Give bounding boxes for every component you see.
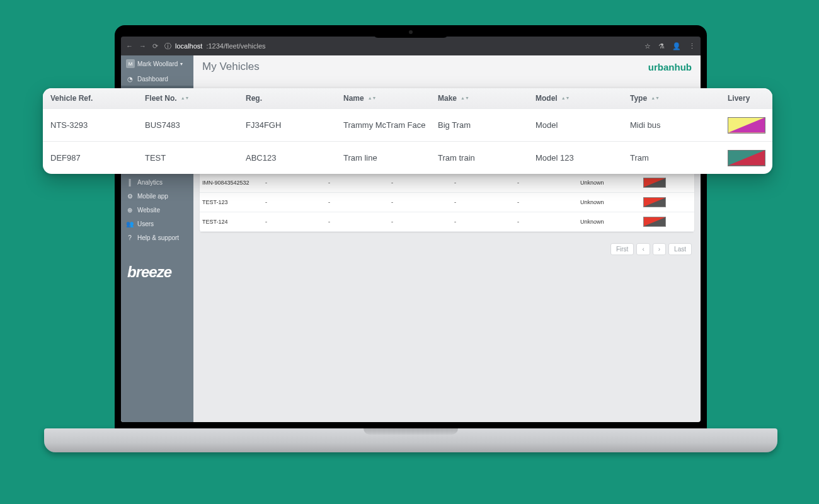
col-reg[interactable]: Reg. bbox=[246, 94, 343, 103]
sidebar-label: Mobile app bbox=[137, 193, 168, 200]
col-type[interactable]: Type▲▼ bbox=[630, 94, 728, 103]
page-last-button[interactable]: Last bbox=[668, 243, 692, 255]
notch bbox=[373, 26, 449, 38]
sidebar-item-users[interactable]: 👥Users bbox=[121, 217, 193, 231]
livery-swatch bbox=[728, 150, 765, 166]
site-info-icon[interactable]: ⓘ bbox=[164, 42, 171, 51]
sidebar-item-help-&-support[interactable]: ?Help & support bbox=[121, 231, 193, 244]
col-name[interactable]: Name▲▼ bbox=[343, 94, 438, 103]
sort-icon[interactable]: ▲▼ bbox=[461, 97, 469, 100]
table-row[interactable]: IMN-90843542532-----Unknown bbox=[200, 173, 694, 193]
screen-bezel: ← → ⟳ ⓘ localhost:1234/fleet/vehicles ☆ … bbox=[115, 25, 707, 428]
sidebar-label: Users bbox=[137, 220, 154, 227]
sidebar-icon: ◔ bbox=[126, 75, 134, 83]
sidebar-item-website[interactable]: ⊕Website bbox=[121, 203, 193, 217]
sidebar-label: Analytics bbox=[137, 179, 163, 186]
zoom-row[interactable]: DEF987TESTABC123Tram lineTram trainModel… bbox=[43, 141, 772, 174]
zoom-callout: Vehicle Ref. Fleet No.▲▼ Reg. Name▲▼ Mak… bbox=[43, 88, 772, 174]
sidebar-label: Website bbox=[137, 207, 160, 214]
page-first-button[interactable]: First bbox=[610, 243, 634, 255]
url-path: :1234/fleet/vehicles bbox=[206, 42, 265, 50]
col-vehicle-ref[interactable]: Vehicle Ref. bbox=[50, 94, 145, 103]
sidebar-item-mobile-app[interactable]: ⚙Mobile app bbox=[121, 189, 193, 203]
browser-menu-icon[interactable]: ⋮ bbox=[689, 42, 696, 50]
brand-logo: urbanhub bbox=[648, 62, 692, 72]
camera-icon bbox=[409, 30, 413, 34]
user-name: Mark Woollard bbox=[137, 60, 178, 67]
browser-reload-button[interactable]: ⟳ bbox=[152, 42, 158, 50]
browser-back-button[interactable]: ← bbox=[126, 42, 133, 50]
col-livery: Livery bbox=[728, 94, 772, 103]
livery-swatch bbox=[643, 217, 666, 227]
page-title: My Vehicles bbox=[202, 60, 260, 73]
sidebar-icon: ⚙ bbox=[126, 192, 134, 200]
address-bar[interactable]: ⓘ localhost:1234/fleet/vehicles bbox=[164, 42, 638, 51]
sort-icon[interactable]: ▲▼ bbox=[561, 97, 570, 100]
sort-icon[interactable]: ▲▼ bbox=[181, 97, 190, 100]
livery-swatch bbox=[643, 178, 666, 188]
col-make[interactable]: Make▲▼ bbox=[438, 94, 536, 103]
sort-icon[interactable]: ▲▼ bbox=[651, 97, 660, 100]
sidebar-item-dashboard[interactable]: ◔Dashboard bbox=[121, 72, 193, 86]
livery-swatch bbox=[728, 117, 765, 134]
col-fleet[interactable]: Fleet No.▲▼ bbox=[145, 94, 246, 103]
table-row[interactable]: TEST-123-----Unknown bbox=[200, 193, 694, 212]
bookmark-icon[interactable]: ☆ bbox=[644, 42, 651, 50]
zoom-row[interactable]: NTS-3293BUS7483FJ34FGHTrammy McTram Face… bbox=[43, 108, 772, 141]
zoom-header-row: Vehicle Ref. Fleet No.▲▼ Reg. Name▲▼ Mak… bbox=[43, 88, 772, 108]
sidebar-icon: ║ bbox=[126, 178, 134, 186]
sidebar-label: Dashboard bbox=[137, 76, 168, 83]
sidebar-icon: ⊕ bbox=[126, 206, 134, 214]
sidebar-item-analytics[interactable]: ║Analytics bbox=[121, 175, 193, 189]
chevron-down-icon: ▾ bbox=[180, 61, 183, 67]
url-host: localhost bbox=[175, 42, 202, 50]
profile-icon[interactable]: 👤 bbox=[672, 42, 681, 50]
page-next-button[interactable]: › bbox=[653, 243, 666, 255]
user-menu[interactable]: M Mark Woollard ▾ bbox=[121, 55, 193, 72]
sort-icon[interactable]: ▲▼ bbox=[368, 97, 377, 100]
extensions-icon[interactable]: ⚗ bbox=[658, 42, 665, 50]
sidebar-label: Help & support bbox=[137, 234, 179, 241]
browser-forward-button[interactable]: → bbox=[139, 42, 146, 50]
page-prev-button[interactable]: ‹ bbox=[636, 243, 650, 255]
browser-chrome: ← → ⟳ ⓘ localhost:1234/fleet/vehicles ☆ … bbox=[121, 37, 701, 55]
laptop-base bbox=[44, 428, 777, 452]
table-row[interactable]: TEST-124-----Unknown bbox=[200, 212, 694, 232]
breeze-logo: breeze bbox=[121, 257, 193, 287]
sidebar-icon: 👥 bbox=[126, 220, 134, 227]
avatar: M bbox=[126, 59, 135, 68]
pagination: First ‹ › Last bbox=[193, 238, 701, 260]
col-model[interactable]: Model▲▼ bbox=[536, 94, 630, 103]
livery-swatch bbox=[643, 197, 666, 207]
sidebar-icon: ? bbox=[126, 234, 134, 241]
